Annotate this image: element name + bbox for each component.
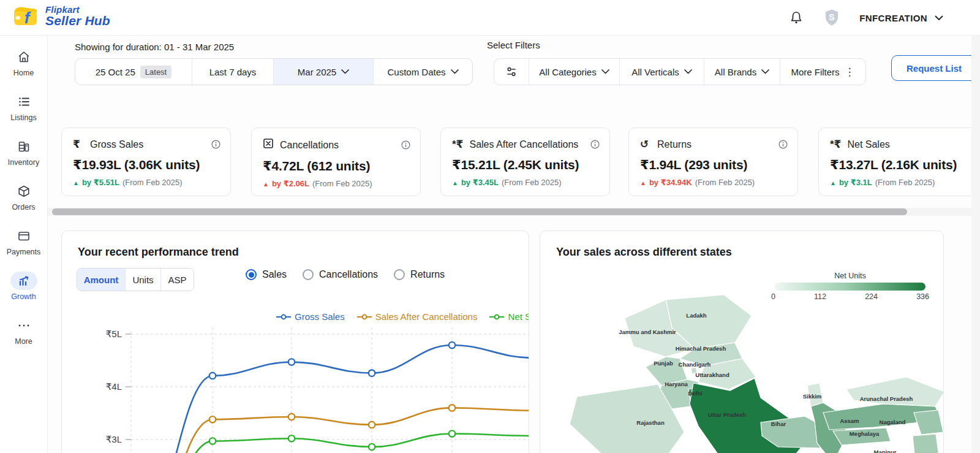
- info-icon[interactable]: [778, 140, 788, 149]
- series-line-gross-sales: [131, 345, 529, 453]
- chevron-down-icon: [761, 69, 769, 74]
- account-name: FNFCREATION: [859, 13, 927, 23]
- chevron-down-icon: [935, 15, 943, 21]
- data-point[interactable]: [209, 438, 216, 444]
- metric-delta: ▲by ₹2.06L(From Feb 2025): [263, 179, 410, 188]
- tab-amount[interactable]: Amount: [77, 268, 125, 291]
- listings-icon: [0, 93, 47, 111]
- main-content: Showing for duration: 01 - 31 Mar 2025 2…: [48, 36, 980, 453]
- data-point[interactable]: [288, 414, 295, 420]
- performance-trend-panel: Your recent performance trend Amount Uni…: [61, 230, 529, 453]
- sidebar-item-orders[interactable]: Orders: [0, 182, 47, 211]
- state-meghalaya[interactable]: [833, 428, 891, 445]
- measure-tabs: Amount Units ASP: [77, 268, 194, 291]
- duration-option-month[interactable]: Mar 2025: [273, 59, 373, 85]
- data-point[interactable]: [449, 342, 455, 348]
- data-point[interactable]: [209, 373, 216, 379]
- y-tick-3l: ₹3L: [106, 434, 122, 444]
- filters-heading: Select Filters: [487, 40, 540, 50]
- metric-value: ₹4.72L (612 units): [263, 159, 410, 173]
- info-icon[interactable]: [401, 140, 410, 150]
- data-point[interactable]: [369, 444, 375, 450]
- metric-value: ₹1.94L (293 units): [640, 158, 788, 172]
- flipkart-wallet-icon: f: [12, 4, 39, 28]
- seller-shield-icon: S: [824, 9, 840, 27]
- duration-option-last-7-days[interactable]: Last 7 days: [192, 59, 273, 85]
- net-units-legend-title: Net Units: [775, 272, 925, 280]
- sidebar-item-home[interactable]: Home: [0, 48, 47, 77]
- radio-returns[interactable]: Returns: [394, 269, 445, 280]
- data-point[interactable]: [449, 405, 455, 411]
- duration-option-latest[interactable]: 25 Oct 25 Latest: [75, 59, 192, 85]
- home-icon: [0, 48, 47, 66]
- legend-net-sales[interactable]: Net Sales: [489, 311, 529, 322]
- more-filters-button[interactable]: More Filters ⋮: [780, 59, 865, 85]
- tab-units[interactable]: Units: [125, 268, 160, 291]
- notification-bell-icon[interactable]: [788, 10, 804, 26]
- orders-icon: [0, 182, 47, 200]
- state-arunachal[interactable]: [846, 377, 944, 406]
- info-icon[interactable]: [590, 140, 600, 149]
- data-point[interactable]: [369, 370, 375, 376]
- vertical-scrollbar-track: [971, 36, 980, 453]
- radio-sales[interactable]: Sales: [246, 269, 287, 280]
- sidebar-item-listings[interactable]: Listings: [0, 93, 47, 122]
- net-units-gradient: [775, 283, 925, 291]
- tab-asp[interactable]: ASP: [160, 268, 194, 291]
- request-list-button[interactable]: Request List: [891, 55, 980, 81]
- data-point[interactable]: [209, 416, 216, 422]
- brand-flipkart: Flipkart: [45, 5, 110, 14]
- duration-selector: 25 Oct 25 Latest Last 7 days Mar 2025 Cu…: [75, 58, 473, 85]
- state-nagaland[interactable]: [914, 410, 943, 435]
- state-sales-title: Your sales across different states: [556, 246, 732, 259]
- sidebar-item-inventory[interactable]: Inventory: [0, 137, 47, 167]
- rupee-icon: ₹: [73, 138, 84, 151]
- state-chandigarh[interactable]: [691, 367, 697, 374]
- account-menu[interactable]: FNFCREATION: [859, 13, 943, 23]
- duration-option-custom-dates[interactable]: Custom Dates: [373, 59, 472, 85]
- legend-marker-icon: [276, 314, 291, 320]
- flipkart-seller-hub-logo: f Flipkart Seller Hub: [12, 4, 110, 28]
- top-header: f Flipkart Seller Hub S FNFCREATION: [0, 0, 980, 36]
- metric-card-cancellations: Cancellations ₹4.72L (612 units) ▲by ₹2.…: [251, 128, 421, 196]
- metric-delta: ▲by ₹3.45L(From Feb 2025): [452, 178, 600, 187]
- y-tick-4l: ₹4L: [106, 381, 122, 392]
- sidebar-item-payments[interactable]: Payments: [0, 227, 47, 256]
- filter-sliders-icon[interactable]: [494, 59, 529, 85]
- filter-all-verticals[interactable]: All Verticals: [619, 59, 704, 85]
- chevron-down-icon: [451, 69, 459, 74]
- metric-card-sales-after-cancellations: *₹ Sales After Cancellations ₹15.21L (2.…: [440, 128, 610, 196]
- rupee-star-icon: *₹: [830, 138, 841, 151]
- legend-marker-icon: [489, 314, 504, 320]
- kebab-menu-icon: ⋮: [845, 67, 855, 77]
- state-sikkim[interactable]: [807, 383, 823, 406]
- sidebar-item-more[interactable]: More: [0, 316, 47, 346]
- legend-marker-icon: [357, 314, 372, 320]
- trend-legend: Gross Sales Sales After Cancellations Ne…: [276, 311, 529, 322]
- inventory-icon: [0, 137, 47, 156]
- legend-gross-sales[interactable]: Gross Sales: [276, 311, 345, 322]
- metric-delta: ▲by ₹5.51L(From Feb 2025): [73, 178, 221, 187]
- filter-all-categories[interactable]: All Categories: [529, 59, 619, 85]
- info-icon[interactable]: [211, 140, 221, 149]
- radio-icon: [246, 269, 257, 280]
- legend-sales-after-cancellations[interactable]: Sales After Cancellations: [357, 311, 478, 322]
- performance-line-chart: ₹5L ₹4L ₹3L: [62, 327, 529, 453]
- state-manipur[interactable]: [913, 434, 940, 453]
- data-point[interactable]: [449, 430, 455, 436]
- chevron-down-icon: [684, 69, 692, 74]
- state-label: Manipur: [874, 449, 897, 453]
- metric-value: ₹13.27L (2.16K units): [830, 158, 978, 172]
- horizontal-scrollbar[interactable]: [52, 208, 907, 215]
- latest-badge: Latest: [140, 66, 172, 78]
- sidebar-item-growth[interactable]: Growth: [0, 272, 47, 301]
- radio-icon: [394, 269, 405, 280]
- data-point[interactable]: [288, 435, 295, 441]
- radio-cancellations[interactable]: Cancellations: [303, 269, 378, 280]
- returns-icon: ↺: [640, 138, 651, 151]
- data-point[interactable]: [369, 422, 375, 428]
- metric-card-returns: ↺ Returns ₹1.94L (293 units) ▲by ₹34.94K…: [628, 128, 798, 196]
- metric-delta: ▲by ₹34.94K(From Feb 2025): [640, 178, 788, 187]
- data-point[interactable]: [288, 359, 295, 365]
- filter-all-brands[interactable]: All Brands: [704, 59, 780, 85]
